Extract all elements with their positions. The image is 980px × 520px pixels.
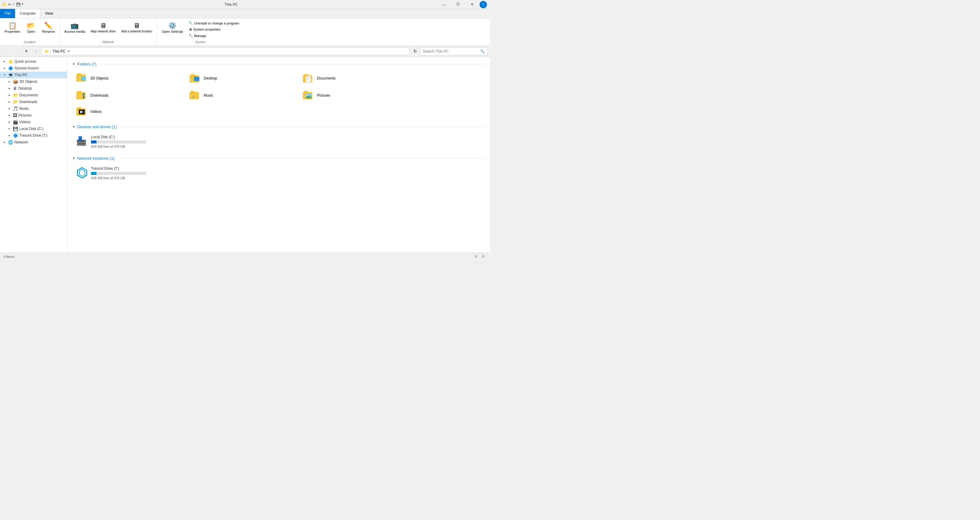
local-disk-label: Local Disk (C:) — [19, 127, 43, 131]
folder-videos-icon — [76, 106, 87, 117]
list-view-button[interactable]: ☷ — [473, 254, 479, 260]
save-icon: 💾 — [16, 2, 21, 7]
svg-rect-32 — [78, 142, 85, 145]
drive-item-tresorit-t[interactable]: Tresorit Drive (T:) 428 GB free of 476 G… — [72, 164, 170, 182]
folders-grid: 3D Objects Desktop Documents — [72, 70, 485, 120]
help-button[interactable]: ? — [480, 1, 487, 8]
uninstall-button[interactable]: 🔧 Uninstall or change a program — [186, 20, 241, 26]
forward-button[interactable]: → — [12, 47, 21, 55]
folder-item-3d-objects[interactable]: 3D Objects — [72, 70, 186, 87]
breadcrumb-this-pc[interactable]: This PC — [52, 49, 65, 54]
breadcrumb-folder-icon: 📁 — [45, 49, 49, 54]
minimize-button[interactable]: — — [437, 0, 451, 9]
open-button[interactable]: 📂 Open — [23, 20, 38, 35]
tab-file[interactable]: File — [0, 9, 15, 18]
expand-icon: ▼ — [2, 73, 7, 77]
sidebar-item-pictures[interactable]: ► 🖼 Pictures — [0, 112, 67, 119]
documents-label: Documents — [19, 93, 38, 97]
maximize-button[interactable]: ❐ — [451, 0, 465, 9]
folder-pictures-icon — [303, 90, 314, 101]
refresh-button[interactable]: ↻ — [411, 48, 419, 55]
tresorit-t-icon — [76, 167, 88, 179]
svg-rect-2 — [78, 73, 81, 75]
search-bar: 🔍 — [420, 48, 488, 55]
folder-videos-label: Videos — [90, 109, 101, 114]
folder-3d-icon — [76, 72, 87, 84]
videos-label: Videos — [19, 120, 30, 124]
recent-locations-button[interactable]: ▼ — [22, 47, 30, 55]
network-label: Network — [14, 140, 28, 144]
map-network-drive-button[interactable]: 🖥 Map network drive — [89, 20, 118, 35]
search-input[interactable] — [423, 49, 479, 54]
sidebar-item-documents[interactable]: ► 📁 Documents — [0, 92, 67, 98]
checkmark-icon: ✓ — [12, 2, 15, 7]
tab-computer[interactable]: Computer — [15, 9, 40, 18]
svg-rect-14 — [78, 91, 81, 93]
access-media-button[interactable]: 📺 Access media — [62, 20, 87, 35]
folders-section-header[interactable]: ▼ Folders (7) — [72, 62, 485, 67]
sidebar-item-music[interactable]: ► 🎵 Music — [0, 105, 67, 112]
sidebar-item-desktop[interactable]: ► 🖥 Desktop — [0, 85, 67, 92]
expand-icon: ► — [2, 66, 7, 70]
tab-view[interactable]: View — [40, 9, 57, 18]
dropdown-arrow-icon[interactable]: ▾ — [22, 2, 23, 7]
this-pc-icon: 💻 — [8, 73, 13, 78]
quick-access-label: Quick access — [14, 59, 36, 63]
content-area: ▼ Folders (7) 3D Objects Desktop — [67, 57, 490, 253]
drive-bar-fill — [91, 140, 97, 143]
system-properties-button[interactable]: 🖥 System properties — [186, 27, 241, 32]
add-network-location-button[interactable]: 🖥 Add a network location — [119, 20, 154, 35]
manage-button[interactable]: 🔧 Manage — [186, 33, 241, 38]
network-section-title: Network locations (1) — [77, 156, 115, 160]
address-dropdown-icon[interactable]: ▼ — [67, 49, 70, 54]
folder-item-music[interactable]: ♪ Music — [186, 87, 299, 103]
music-label: Music — [19, 106, 29, 111]
svg-rect-8 — [304, 75, 308, 76]
folder-item-downloads[interactable]: Downloads — [72, 87, 186, 103]
rename-button[interactable]: ✏️ Rename — [40, 20, 57, 35]
folder-documents-icon — [303, 73, 314, 84]
system-small-buttons: 🔧 Uninstall or change a program 🖥 System… — [186, 20, 241, 38]
tresorit-bar-fill — [91, 172, 97, 175]
local-disk-c-icon — [76, 135, 88, 148]
folder-music-icon: ♪ — [189, 90, 200, 101]
details-view-button[interactable]: ☷ — [480, 254, 486, 260]
sidebar-item-quick-access[interactable]: ► ⭐ Quick access — [0, 58, 67, 65]
folder-item-videos[interactable]: Videos — [72, 103, 186, 120]
local-disk-c-space: 428 GB free of 476 GB — [91, 145, 146, 148]
open-settings-button[interactable]: ⚙️ Open Settings — [159, 20, 185, 35]
folder-item-desktop[interactable]: Desktop — [186, 70, 299, 87]
window-title: This PC — [26, 2, 437, 7]
network-section-header[interactable]: ▼ Network locations (1) — [72, 156, 485, 160]
back-button[interactable]: ← — [2, 47, 11, 55]
sidebar-item-local-disk[interactable]: ► 💾 Local Disk (C:) — [0, 125, 67, 132]
folder-item-documents[interactable]: Documents — [299, 70, 412, 87]
svg-rect-18 — [191, 91, 194, 93]
system-buttons: ⚙️ Open Settings 🔧 Uninstall or change a… — [159, 20, 241, 39]
sidebar-item-tresorit[interactable]: ► 🔷 Tresorit Drive (T:) — [0, 132, 67, 139]
drive-item-local-disk-c[interactable]: Local Disk (C:) 428 GB free of 476 GB — [72, 132, 170, 151]
close-button[interactable]: ✕ — [465, 0, 479, 9]
title-bar: 📁 ↩ ✓ 💾 ▾ This PC — ❐ ✕ ? — [0, 0, 490, 9]
sidebar-item-videos[interactable]: ► 🎬 Videos — [0, 119, 67, 125]
properties-button[interactable]: 📋 Properties — [2, 20, 22, 35]
ribbon: 📋 Properties 📂 Open ✏️ Rename Location 📺… — [0, 18, 490, 46]
network-buttons: 📺 Access media 🖥 Map network drive 🖥 Add… — [62, 20, 154, 39]
sidebar-item-synced-tresors[interactable]: ► 🔷 Synced tresors — [0, 65, 67, 71]
main-layout: ► ⭐ Quick access ► 🔷 Synced tresors ▼ 💻 … — [0, 57, 490, 253]
tresorit-icon: 🔷 — [13, 133, 18, 138]
local-disk-icon: 💾 — [13, 126, 18, 131]
search-icon[interactable]: 🔍 — [480, 49, 485, 54]
location-group-label: Location — [2, 39, 57, 44]
up-button[interactable]: ↑ — [32, 47, 40, 55]
pictures-icon: 🖼 — [13, 113, 17, 118]
folder-3d-label: 3D Objects — [90, 76, 108, 81]
sidebar-item-downloads[interactable]: ► 📁 Downloads — [0, 98, 67, 105]
drives-section-header[interactable]: ▼ Devices and drives (1) — [72, 125, 485, 129]
folder-item-pictures[interactable]: Pictures — [299, 87, 412, 103]
sidebar-item-network[interactable]: ► 🌐 Network — [0, 139, 67, 146]
status-bar: 9 items ☷ ☷ — [0, 253, 490, 260]
folder-downloads-icon — [76, 90, 87, 101]
sidebar-item-this-pc[interactable]: ▼ 💻 This PC — [0, 71, 67, 78]
sidebar-item-3d-objects[interactable]: ► 📦 3D Objects — [0, 78, 67, 85]
